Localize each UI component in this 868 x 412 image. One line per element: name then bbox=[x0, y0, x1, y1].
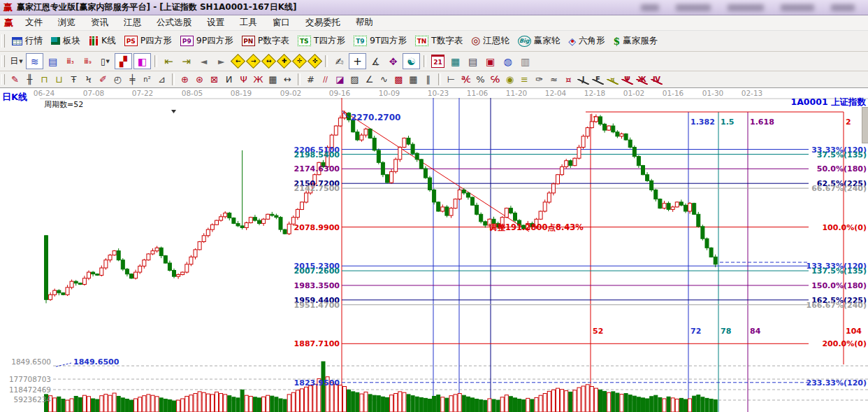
cycle-clock-tool[interactable]: ◴ bbox=[110, 73, 125, 86]
grid-target-tool[interactable]: ⊠ bbox=[207, 73, 222, 86]
chart-layout-icon[interactable]: ≋ bbox=[26, 53, 43, 69]
hand-tool-button[interactable]: ✍ bbox=[331, 54, 347, 69]
toolbar-grip[interactable] bbox=[1, 74, 5, 85]
menu-浏览[interactable]: 浏览 bbox=[50, 15, 83, 30]
sail-angle-tool[interactable]: ⊿ bbox=[154, 73, 169, 86]
coil-tool[interactable]: Ϟ bbox=[81, 73, 96, 86]
p-square-button[interactable]: PSP四方形 bbox=[120, 34, 176, 48]
winner-service-button[interactable]: $赢家服务 bbox=[609, 34, 663, 48]
menu-设置[interactable]: 设置 bbox=[199, 15, 232, 30]
bars-3-icon[interactable]: ⅲ₃ bbox=[62, 54, 78, 69]
j-angle-tool[interactable]: J bbox=[576, 73, 591, 86]
ying-angle-tool[interactable]: Ж bbox=[635, 73, 649, 86]
next-bar-button[interactable]: ► bbox=[213, 54, 229, 69]
shade-box-tool[interactable]: ▨ bbox=[347, 73, 362, 86]
percent-level-tool[interactable]: ℅ bbox=[488, 73, 502, 86]
zoom-in-button[interactable]: ✚ bbox=[277, 54, 291, 69]
gold-level-tool[interactable]: ≡ bbox=[517, 73, 532, 86]
gann-mark-button[interactable]: ✥ bbox=[385, 54, 401, 69]
scrollbar-thumb[interactable] bbox=[862, 107, 868, 143]
t-square-button[interactable]: TST四方形 bbox=[294, 34, 349, 48]
candle-type-button[interactable]: ▯▼ bbox=[97, 54, 113, 69]
f-ruler-tool[interactable]: Ŧ bbox=[66, 73, 81, 86]
toolbar-grip[interactable] bbox=[1, 55, 5, 68]
brush-tool[interactable]: ✎ bbox=[8, 73, 22, 86]
kline-chart[interactable]: 1521.382721.5781.61884210406-2407-0807-2… bbox=[0, 88, 868, 412]
nine-t-square-button[interactable]: T99T四方形 bbox=[349, 34, 411, 48]
ai-analysis-button[interactable]: ☯ bbox=[403, 53, 420, 69]
tick-ruler-tool[interactable]: ╫ bbox=[22, 73, 37, 86]
tick-ruler2-tool[interactable]: ╪ bbox=[125, 73, 140, 86]
star-point-tool[interactable]: ⊛ bbox=[192, 73, 207, 86]
bars-9-icon[interactable]: ⅲ₉ bbox=[80, 54, 96, 69]
frame-tool[interactable]: # bbox=[303, 73, 318, 86]
wave-band-tool[interactable]: ≈ bbox=[547, 73, 561, 86]
f-angle-tool[interactable]: F bbox=[591, 73, 605, 86]
fan-box-tool[interactable]: ◪ bbox=[333, 73, 347, 86]
hatch-tool[interactable]: ∥ bbox=[421, 73, 435, 86]
quotes-button[interactable]: 行情 bbox=[8, 34, 47, 48]
gold-gate-tool[interactable]: ⊓ bbox=[37, 73, 52, 86]
crosshair-tool-button[interactable]: + bbox=[349, 53, 366, 69]
gold-angle-tool[interactable]: ¤ bbox=[605, 73, 620, 86]
n-squared-tool[interactable]: n² bbox=[140, 73, 154, 86]
percent-tool[interactable]: % bbox=[473, 73, 488, 86]
web-data-button[interactable]: ◍ bbox=[500, 54, 516, 69]
info-doc-icon[interactable]: ▤ bbox=[45, 54, 61, 69]
menu-窗口[interactable]: 窗口 bbox=[265, 15, 298, 30]
notes-button[interactable]: ▤ bbox=[465, 54, 481, 69]
zoom-reset-button[interactable]: ✜ bbox=[308, 54, 321, 69]
menu-公式选股[interactable]: 公式选股 bbox=[149, 15, 199, 30]
n-mark-tool[interactable]: И bbox=[222, 73, 236, 86]
nine-p-square-button[interactable]: P99P四方形 bbox=[176, 34, 238, 48]
gold-gate2-tool[interactable]: ⊔ bbox=[52, 73, 66, 86]
zoom-out-button[interactable]: ✛ bbox=[292, 54, 306, 69]
gold-target-tool[interactable]: ¤ bbox=[561, 73, 576, 86]
price-grid-tool[interactable]: ▦ bbox=[266, 73, 280, 86]
gold-section-tool[interactable]: ◉ bbox=[502, 73, 517, 86]
first-page-button[interactable]: ⇤ bbox=[161, 54, 177, 69]
ratio-scale-tool[interactable]: ⊢ bbox=[444, 73, 458, 86]
zoom-horizontal-button[interactable]: ↔ bbox=[261, 54, 275, 69]
trend-angle-tool[interactable]: ∠ bbox=[362, 73, 377, 86]
last-page-button[interactable]: ⇥ bbox=[178, 54, 194, 69]
shen-angle-tool[interactable]: Ψ bbox=[620, 73, 635, 86]
profile-chart-icon[interactable]: ◧ bbox=[133, 53, 151, 69]
percent-drop-tool[interactable]: ℀ bbox=[458, 73, 473, 86]
calendar-button[interactable]: 21 bbox=[430, 54, 446, 69]
remote-button[interactable]: ▥ bbox=[517, 54, 533, 69]
hexagon-button[interactable]: ◇六角形 bbox=[564, 34, 609, 48]
gann-pattern-icon[interactable]: ▞ bbox=[115, 53, 132, 69]
save-button[interactable]: ▣ bbox=[482, 54, 498, 69]
period-day-button[interactable]: 日▼ bbox=[8, 54, 24, 69]
prev-bar-button[interactable]: ◄ bbox=[196, 54, 212, 69]
si-angle-tool[interactable]: Ⅳ bbox=[649, 73, 664, 86]
toolbar-grip[interactable] bbox=[1, 34, 5, 48]
t-number-table-button[interactable]: TNT数字表 bbox=[411, 34, 467, 48]
calculator-button[interactable]: ▦ bbox=[447, 54, 463, 69]
kline-button[interactable]: K线 bbox=[85, 34, 120, 48]
gann-wheel-button[interactable]: ◎江恩轮 bbox=[467, 34, 514, 48]
box-grid-tool[interactable]: ▦ bbox=[406, 73, 421, 86]
ink-pen-tool[interactable]: ✑ bbox=[532, 73, 547, 86]
target-cross-tool[interactable]: ⊕ bbox=[178, 73, 192, 86]
sectors-button[interactable]: 板块 bbox=[47, 34, 85, 48]
menu-文件[interactable]: 文件 bbox=[17, 15, 50, 30]
angle-measure-button[interactable]: ∡ bbox=[368, 54, 384, 69]
span-arrow-tool[interactable]: ↔ bbox=[280, 73, 295, 86]
dot-grid-tool[interactable]: ▩ bbox=[391, 73, 406, 86]
shift-left-button[interactable]: ← bbox=[231, 54, 245, 69]
menu-江恩[interactable]: 江恩 bbox=[116, 15, 149, 30]
menu-交易委托[interactable]: 交易委托 bbox=[298, 15, 348, 30]
shen-tool[interactable]: Ψ bbox=[236, 73, 251, 86]
zigzag-tool[interactable]: ∿ bbox=[377, 73, 391, 86]
fan-lines-tool[interactable]: // bbox=[318, 73, 333, 86]
p-number-table-button[interactable]: PNP数字表 bbox=[238, 34, 294, 48]
winner-wheel-button[interactable]: Big赢家轮 bbox=[514, 34, 565, 48]
menu-工具[interactable]: 工具 bbox=[232, 15, 265, 30]
ying-tool[interactable]: Ж bbox=[251, 73, 266, 86]
menu-资讯[interactable]: 资讯 bbox=[83, 15, 116, 30]
shift-right-button[interactable]: → bbox=[246, 54, 260, 69]
menu-帮助[interactable]: 帮助 bbox=[348, 15, 381, 30]
marker-pen-tool[interactable]: ✐ bbox=[96, 73, 110, 86]
